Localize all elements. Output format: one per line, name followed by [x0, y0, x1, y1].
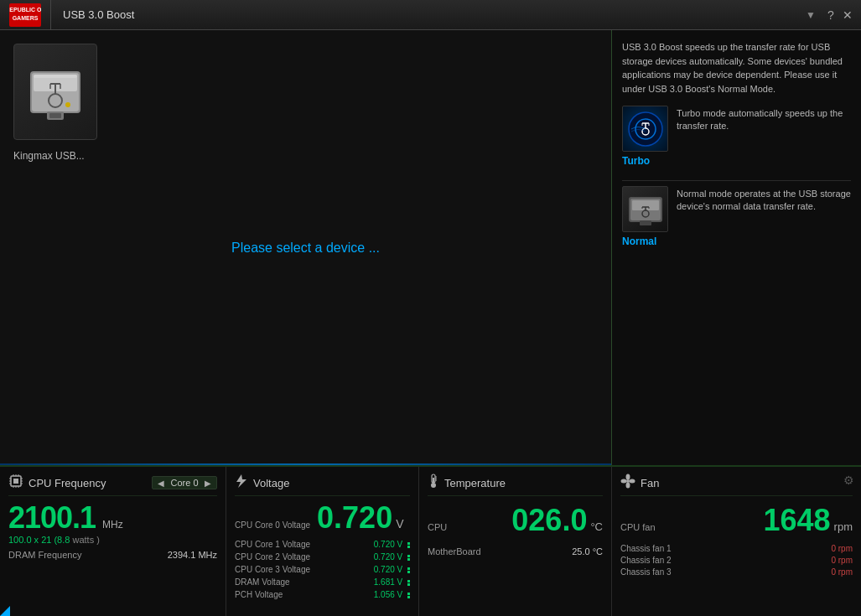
info-text: USB 3.0 Boost speeds up the transfer rat…: [622, 40, 851, 96]
turbo-mode-desc: Turbo mode automatically speeds up the t…: [677, 106, 851, 133]
turbo-mode-row: Turbo mode automatically speeds up the t…: [622, 106, 851, 152]
cpu-temp-unit: °C: [590, 520, 603, 533]
left-panel: Kingmax USB... Please select a device ..…: [0, 30, 612, 465]
cpu-freq-value: 2100.1: [8, 503, 96, 533]
fan-icon: [620, 474, 635, 492]
core-label: Core 0: [168, 478, 201, 488]
mode-divider: [622, 180, 851, 181]
dram-freq-row: DRAM Frequency 2394.1 MHz: [8, 550, 217, 560]
fan-header: Fan ⚙: [620, 474, 853, 496]
cpu-freq-unit: MHz: [102, 519, 123, 531]
bottom-triangle-indicator: [0, 606, 10, 616]
normal-mode-desc: Normal mode operates at the USB storage …: [677, 186, 851, 214]
cpu-fan-value: 1648: [764, 503, 831, 538]
svg-text:REPUBLIC OF: REPUBLIC OF: [9, 7, 41, 13]
turbo-mode-item: Turbo mode automatically speeds up the t…: [622, 106, 851, 167]
select-device-message: Please select a device ...: [231, 241, 380, 256]
svg-point-55: [626, 483, 630, 489]
cpu-freq-details: 100.0 x 21 (8.8 watts ): [8, 535, 217, 545]
fan-row: Chassis fan 10 rpm: [620, 544, 853, 553]
fan-row: Chassis fan 20 rpm: [620, 556, 853, 565]
cpu-core0-voltage-value: 0.720: [317, 503, 392, 533]
bottom-divider: [0, 463, 611, 465]
fan-row: Chassis fan 30 rpm: [620, 567, 853, 577]
voltage-rows: CPU Core 1 Voltage0.720 V CPU Core 2 Vol…: [235, 536, 410, 599]
core-next-arrow[interactable]: ▶: [205, 479, 211, 488]
svg-rect-13: [49, 113, 61, 118]
normal-mode-item: Normal mode operates at the USB storage …: [622, 186, 851, 247]
voltage-row: CPU Core 3 Voltage0.720 V: [235, 565, 410, 574]
mb-temp-label: MotherBoard: [428, 546, 481, 556]
fan-rows: Chassis fan 10 rpmChassis fan 20 rpmChas…: [620, 541, 853, 577]
temp-title: Temperature: [444, 477, 506, 489]
voltage-icon: [235, 474, 248, 492]
svg-rect-47: [433, 478, 434, 484]
svg-rect-30: [640, 220, 651, 225]
cpu-temp-label: CPU: [428, 522, 447, 532]
main-content: Kingmax USB... Please select a device ..…: [0, 30, 861, 465]
cpu-icon: [8, 474, 23, 492]
usb-drive-icon: [22, 54, 89, 130]
dram-freq-label: DRAM Frequency: [8, 550, 81, 560]
titlebar-controls: ▼ ? ✕: [806, 8, 861, 22]
stats-bar: CPU Frequency ◀ Core 0 ▶ 2100.1 MHz 100.…: [0, 465, 861, 616]
cpu-fan-label: CPU fan: [620, 522, 656, 532]
svg-rect-14: [34, 75, 77, 78]
device-icon-box[interactable]: [13, 44, 97, 140]
svg-point-53: [626, 474, 630, 480]
svg-rect-32: [13, 479, 18, 484]
fan-title: Fan: [641, 477, 659, 489]
close-button[interactable]: ✕: [841, 8, 854, 22]
voltage-header: Voltage: [235, 474, 410, 496]
mb-temp-row: MotherBoard 25.0 °C: [428, 546, 603, 556]
gear-icon[interactable]: ⚙: [843, 474, 854, 487]
normal-mode-icon[interactable]: [622, 186, 668, 232]
voltage-unit: V: [396, 517, 403, 531]
core-selector[interactable]: ◀ Core 0 ▶: [152, 476, 217, 489]
app-title: USB 3.0 Boost: [51, 8, 806, 21]
core-prev-arrow[interactable]: ◀: [158, 479, 164, 488]
voltage-row: CPU Core 2 Voltage0.720 V: [235, 552, 410, 562]
voltage-panel: Voltage CPU Core 0 Voltage 0.720 V CPU C…: [226, 467, 419, 616]
dram-freq-value: 2394.1 MHz: [168, 550, 217, 560]
normal-mode-label[interactable]: Normal: [622, 236, 656, 247]
svg-point-54: [630, 479, 635, 484]
temperature-panel: Temperature CPU 026.0 °C MotherBoard 25.…: [419, 467, 612, 616]
turbo-mode-label[interactable]: Turbo: [622, 155, 650, 167]
cpu-freq-header: CPU Frequency ◀ Core 0 ▶: [8, 474, 217, 496]
svg-point-11: [65, 102, 70, 107]
voltage-title: Voltage: [253, 477, 289, 489]
svg-marker-45: [236, 474, 246, 488]
rog-logo: REPUBLIC OF GAMERS: [8, 3, 42, 27]
logo-area: REPUBLIC OF GAMERS: [0, 0, 51, 29]
fan-panel: Fan ⚙ CPU fan 1648 rpm Chassis fan 10 rp…: [612, 467, 861, 616]
voltage-row: DRAM Voltage1.681 V: [235, 577, 410, 587]
mb-temp-value: 25.0 °C: [572, 546, 603, 556]
cpu-fan-unit: rpm: [834, 520, 853, 533]
device-name: Kingmax USB...: [13, 150, 85, 162]
device-area: Kingmax USB...: [0, 30, 611, 175]
temp-header: Temperature: [428, 474, 603, 496]
dropdown-arrow-icon[interactable]: ▼: [806, 9, 816, 21]
voltage-row: CPU Core 1 Voltage0.720 V: [235, 540, 410, 549]
cpu-temp-value: 026.0: [511, 503, 587, 538]
cpu-freq-title: CPU Frequency: [29, 477, 106, 489]
normal-mode-row: Normal mode operates at the USB storage …: [622, 186, 851, 232]
help-button[interactable]: ?: [824, 8, 838, 22]
titlebar: REPUBLIC OF GAMERS USB 3.0 Boost ▼ ? ✕: [0, 0, 861, 30]
svg-point-48: [431, 483, 436, 488]
svg-text:GAMERS: GAMERS: [13, 15, 39, 21]
svg-point-56: [621, 479, 627, 484]
cpu-core0-voltage-label: CPU Core 0 Voltage: [235, 520, 310, 530]
svg-point-52: [626, 479, 630, 483]
turbo-mode-icon[interactable]: [622, 106, 668, 152]
cpu-frequency-panel: CPU Frequency ◀ Core 0 ▶ 2100.1 MHz 100.…: [0, 467, 226, 616]
temp-icon: [428, 474, 439, 492]
right-panel: USB 3.0 Boost speeds up the transfer rat…: [612, 30, 861, 465]
voltage-row: PCH Voltage1.056 V: [235, 590, 410, 599]
